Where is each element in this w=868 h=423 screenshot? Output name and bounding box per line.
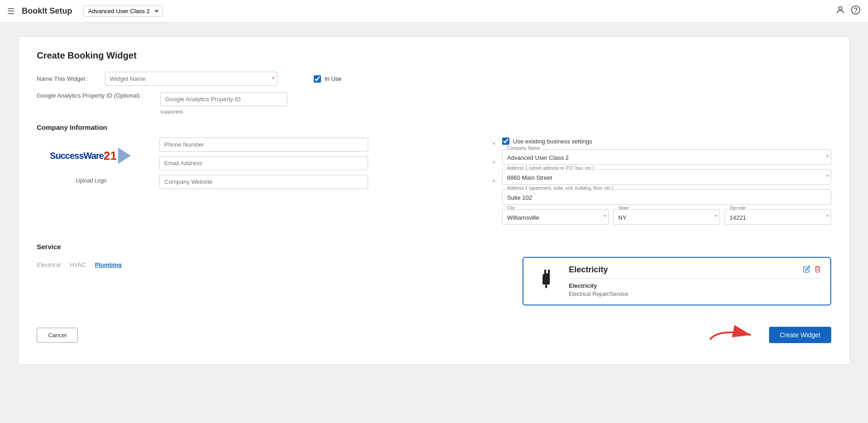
website-required: * [493,179,495,185]
email-required: * [493,160,495,167]
phone-required: * [493,142,495,148]
state-input[interactable] [613,209,720,225]
ga-input[interactable] [160,92,287,106]
in-use-checkbox[interactable] [314,75,321,83]
service-actions [803,266,821,275]
widget-name-required: * [272,75,275,83]
address2-input[interactable] [502,189,831,205]
use-existing-row: Use existing business settings [502,138,831,145]
service-details: Electricity Electricity [569,265,821,297]
svg-marker-3 [118,148,131,164]
page-wrapper: Create Booking Widget Name This Widget :… [0,23,868,379]
nav-right [835,5,861,17]
email-input[interactable] [159,156,368,170]
phone-field-row: * [159,138,488,152]
widget-name-label: Name This Widget : [37,75,100,82]
city-state-zip-row: City * State * Zipcode * [502,209,831,229]
use-existing-label: Use existing business settings [513,138,592,145]
create-widget-button[interactable]: Create Widget [769,327,831,343]
service-items: Electrical HVAC Plumbing [37,257,509,273]
widget-name-group: Name This Widget : * [37,72,277,86]
cancel-button[interactable]: Cancel [37,328,78,343]
service-card: Electricity Electricity [523,257,831,305]
website-field-row: * [159,175,488,189]
logo-number: 21 [104,149,117,163]
service-description: Electrical Repair/Service [569,291,821,297]
svg-rect-7 [545,285,547,288]
service-layout: Electrical HVAC Plumbing [37,257,831,305]
service-section-title: Service [37,243,831,251]
user-icon[interactable] [835,5,845,17]
phone-input[interactable] [159,138,368,152]
service-edit-button[interactable] [803,266,810,275]
top-navigation: ☰ BookIt Setup Advanced User Class 2Adva… [0,0,868,23]
company-info-title: Company Information [37,123,831,131]
ga-row: Google Analytics Property ID (Optional) … [37,92,831,106]
state-group: State * [613,209,720,225]
name-inuse-row: Name This Widget : * In Use [37,72,831,86]
help-icon[interactable] [851,5,861,17]
company-name-group: Company Name * [502,149,831,165]
service-item-electrical[interactable]: Electrical [37,261,61,268]
svg-rect-4 [542,276,550,285]
upload-logo-link[interactable]: Upload Logo [76,177,107,184]
email-field-row: * [159,156,488,170]
zipcode-required: * [826,214,829,220]
city-group: City * [502,209,609,225]
ga-label: Google Analytics Property ID (Optional) … [37,92,155,99]
right-footer: Create Widget [705,324,831,346]
website-input[interactable] [159,175,368,189]
in-use-group: In Use [314,75,342,83]
company-fields: * * * [159,138,488,189]
address2-group: Address 2 (apartment, suite, unit, build… [502,189,831,205]
app-title: BookIt Setup [22,6,72,16]
logo-area: SuccessWare 21 Upload Logo [37,138,146,184]
zipcode-group: Zipcode * [725,209,831,225]
address1-required: * [826,174,829,180]
logo-container: SuccessWare 21 [41,138,141,174]
city-required: * [604,214,606,220]
city-input[interactable] [502,209,609,225]
service-section: Service Electrical HVAC Plumbing [37,243,831,305]
widget-name-input[interactable] [105,72,277,86]
in-use-label: In Use [325,75,342,82]
red-arrow-icon [705,324,760,346]
electricity-icon [535,265,557,290]
service-item-plumbing[interactable]: Plumbing [95,261,122,268]
class-dropdown[interactable]: Advanced User Class 2Advanced User Class… [83,5,163,17]
logo-text: SuccessWare [50,151,104,161]
service-name-row: Electricity [569,265,821,275]
state-required: * [715,214,717,220]
address1-input[interactable] [502,169,831,185]
company-info-layout: SuccessWare 21 Upload Logo * [37,138,831,229]
service-list: Electrical HVAC Plumbing [37,257,509,273]
existing-settings: Use existing business settings Company N… [502,138,831,229]
company-name-input[interactable] [502,149,831,165]
service-divider [569,278,821,279]
hamburger-menu-icon[interactable]: ☰ [7,6,15,16]
svg-point-2 [856,12,856,12]
use-existing-checkbox[interactable] [502,138,509,145]
svg-point-0 [838,7,842,10]
company-name-required: * [826,154,829,160]
main-card: Create Booking Widget Name This Widget :… [18,36,850,365]
service-icon-area [533,265,560,290]
card-title: Create Booking Widget [37,50,831,61]
zipcode-input[interactable] [725,209,831,225]
ga-supported-text: supported. [160,109,831,114]
service-delete-button[interactable] [814,266,821,275]
service-title: Electricity [569,265,608,275]
service-item-hvac[interactable]: HVAC [70,261,86,268]
service-subtitle: Electricity [569,282,821,289]
logo-arrow-icon [118,148,133,164]
footer-row: Cancel Create Widget [37,324,831,346]
address1-group: Address 1 (street address or P.O. box, e… [502,169,831,185]
